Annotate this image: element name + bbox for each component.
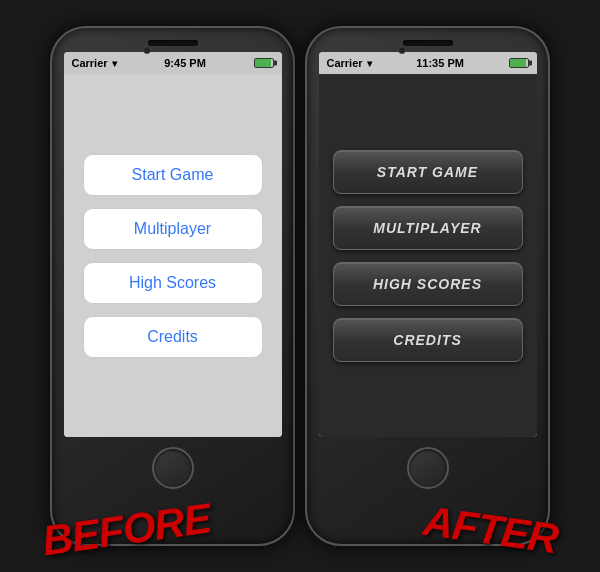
status-left-after: Carrier ▾ — [327, 57, 372, 69]
before-btn-highscores[interactable]: High Scores — [83, 262, 263, 304]
wifi-icon-before: ▾ — [112, 58, 117, 69]
after-btn-credits[interactable]: CREDITS — [333, 318, 523, 362]
status-right-before — [254, 58, 274, 68]
label-before: BEFORE — [39, 494, 213, 565]
battery-before — [254, 58, 274, 68]
carrier-after: Carrier — [327, 57, 363, 69]
before-btn-credits[interactable]: Credits — [83, 316, 263, 358]
before-content: Start Game Multiplayer High Scores Credi… — [64, 74, 282, 437]
before-btn-multiplayer[interactable]: Multiplayer — [83, 208, 263, 250]
status-bar-after: Carrier ▾ 11:35 PM — [319, 52, 537, 74]
status-left-before: Carrier ▾ — [72, 57, 117, 69]
speaker-before — [148, 40, 198, 46]
status-right-after — [509, 58, 529, 68]
after-btn-start[interactable]: START GAME — [333, 150, 523, 194]
carrier-before: Carrier — [72, 57, 108, 69]
battery-after — [509, 58, 529, 68]
home-button-after[interactable] — [407, 447, 449, 489]
phones-container: Carrier ▾ 9:45 PM Start Game Multiplayer — [50, 26, 550, 546]
after-content: START GAME MULTIPLAYER HIGH SCORES CREDI… — [319, 74, 537, 437]
home-button-before[interactable] — [152, 447, 194, 489]
after-btn-highscores[interactable]: HIGH SCORES — [333, 262, 523, 306]
label-after: AFTER — [420, 497, 560, 563]
camera-after — [398, 46, 406, 54]
status-bar-before: Carrier ▾ 9:45 PM — [64, 52, 282, 74]
time-before: 9:45 PM — [164, 57, 206, 69]
screen-after: Carrier ▾ 11:35 PM START GAME MULTIPLAYE… — [319, 52, 537, 437]
time-after: 11:35 PM — [416, 57, 464, 69]
camera-before — [143, 46, 151, 54]
wifi-icon-after: ▾ — [367, 58, 372, 69]
before-btn-start[interactable]: Start Game — [83, 154, 263, 196]
phone-after: Carrier ▾ 11:35 PM START GAME MULTIPLAYE… — [305, 26, 550, 546]
phone-before: Carrier ▾ 9:45 PM Start Game Multiplayer — [50, 26, 295, 546]
after-btn-multiplayer[interactable]: MULTIPLAYER — [333, 206, 523, 250]
screen-before: Carrier ▾ 9:45 PM Start Game Multiplayer — [64, 52, 282, 437]
speaker-after — [403, 40, 453, 46]
